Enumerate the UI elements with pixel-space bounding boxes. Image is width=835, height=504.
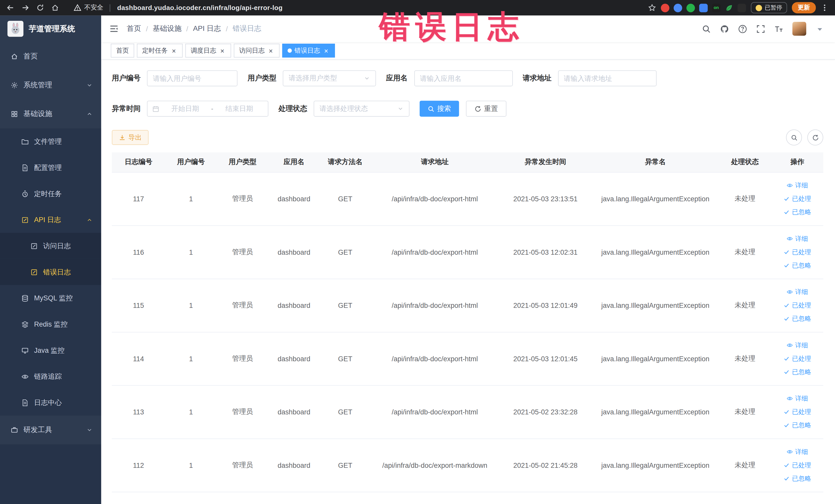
- app-logo[interactable]: 芋道管理系统: [0, 15, 101, 42]
- fullscreen-icon[interactable]: [756, 24, 765, 33]
- action-processed[interactable]: 已处理: [771, 299, 823, 312]
- cell-process-status: 未处理: [719, 332, 771, 385]
- sidebar-item-error-log[interactable]: 错误日志: [0, 259, 101, 285]
- cell-actions: 详细已处理已忽略: [771, 385, 823, 439]
- action-detail[interactable]: 详细: [771, 179, 823, 192]
- toggle-search-button[interactable]: [786, 129, 802, 145]
- github-icon[interactable]: [720, 24, 729, 33]
- sidebar-item-config-management[interactable]: 配置管理: [0, 155, 101, 181]
- caret-down-icon[interactable]: [815, 24, 824, 33]
- action-label: 已处理: [792, 194, 811, 203]
- search-button[interactable]: 搜索: [420, 101, 459, 117]
- extension-paused-badge[interactable]: 已暂停: [751, 2, 787, 13]
- cell-exception-time: 2021-05-02 21:45:28: [499, 439, 592, 492]
- sidebar-item-redis-monitor[interactable]: Redis 监控: [0, 311, 101, 337]
- action-ignored[interactable]: 已忽略: [771, 205, 823, 219]
- bookmark-icon[interactable]: [648, 4, 656, 12]
- action-detail[interactable]: 详细: [771, 339, 823, 352]
- close-icon[interactable]: ×: [267, 47, 274, 54]
- request-url-input[interactable]: [558, 70, 656, 86]
- user-type-select[interactable]: 请选择用户类型: [283, 70, 376, 86]
- sidebar-item-file-management[interactable]: 文件管理: [0, 128, 101, 155]
- font-size-icon[interactable]: [774, 24, 783, 33]
- sidebar-item-java-monitor[interactable]: Java 监控: [0, 337, 101, 364]
- export-button[interactable]: 导出: [112, 130, 149, 145]
- close-icon[interactable]: ×: [323, 47, 330, 54]
- date-range-picker[interactable]: 开始日期 - 结束日期: [147, 101, 268, 117]
- tab-job-log[interactable]: 调度日志×: [185, 44, 231, 58]
- action-ignored[interactable]: 已忽略: [771, 259, 823, 272]
- chrome-update-button[interactable]: 更新: [792, 2, 816, 13]
- action-detail[interactable]: 详细: [771, 232, 823, 245]
- action-processed[interactable]: 已处理: [771, 405, 823, 419]
- sidebar-item-dev-tools[interactable]: 研发工具: [0, 416, 101, 444]
- address-bar[interactable]: dashboard.yudao.iocoder.cn/infra/log/api…: [117, 4, 283, 12]
- tab-label: 访问日志: [239, 46, 265, 55]
- user-id-input[interactable]: [147, 70, 238, 86]
- browser-reload-icon[interactable]: [36, 4, 44, 12]
- avatar[interactable]: [792, 22, 806, 36]
- action-ignored[interactable]: 已忽略: [771, 419, 823, 432]
- action-detail[interactable]: 详细: [771, 445, 823, 459]
- tab-error-log[interactable]: 错误日志×: [282, 44, 335, 58]
- browser-home-icon[interactable]: [51, 4, 59, 12]
- app-name-input[interactable]: [414, 70, 513, 86]
- search-icon: [791, 134, 797, 141]
- reset-button[interactable]: 重置: [466, 101, 506, 117]
- action-processed[interactable]: 已处理: [771, 459, 823, 472]
- action-ignored[interactable]: 已忽略: [771, 365, 823, 379]
- close-icon[interactable]: ×: [219, 47, 226, 54]
- browser-menu-icon[interactable]: [821, 4, 829, 12]
- cell-app-name: dashboard: [268, 279, 320, 332]
- sidebar-item-home[interactable]: 首页: [0, 42, 101, 71]
- sidebar-item-access-log[interactable]: 访问日志: [0, 233, 101, 259]
- breadcrumb-item[interactable]: 基础设施: [153, 24, 182, 33]
- help-icon[interactable]: [738, 24, 747, 33]
- action-detail[interactable]: 详细: [771, 392, 823, 405]
- action-ignored[interactable]: 已忽略: [771, 312, 823, 325]
- sidebar-item-log-center[interactable]: 日志中心: [0, 389, 101, 416]
- extension-blue-grid-icon[interactable]: [699, 3, 708, 12]
- extension-blue-drop-icon[interactable]: [674, 3, 682, 12]
- breadcrumb-item[interactable]: 首页: [127, 24, 141, 33]
- sidebar-item-trace[interactable]: 链路追踪: [0, 363, 101, 389]
- tab-scheduled-jobs[interactable]: 定时任务×: [137, 44, 183, 58]
- tab-access-log[interactable]: 访问日志×: [234, 44, 280, 58]
- extension-dark-icon[interactable]: [737, 3, 746, 12]
- action-processed[interactable]: 已处理: [771, 192, 823, 205]
- cell-request-url: /api/infra/db-doc/export-markdown: [371, 439, 499, 492]
- site-security-badge[interactable]: 不安全: [74, 3, 110, 12]
- breadcrumb-item[interactable]: API 日志: [193, 24, 221, 33]
- sidebar-item-scheduled-jobs[interactable]: 定时任务: [0, 181, 101, 207]
- sidebar-item-mysql-monitor[interactable]: MySQL 监控: [0, 285, 101, 311]
- action-detail[interactable]: 详细: [771, 285, 823, 299]
- extension-leaf-icon[interactable]: [725, 3, 733, 12]
- eye-icon: [787, 396, 793, 402]
- extension-on-badge-icon[interactable]: on: [712, 3, 720, 12]
- action-ignored[interactable]: 已忽略: [771, 472, 823, 485]
- sidebar-item-infrastructure[interactable]: 基础设施: [0, 100, 101, 128]
- sidebar-item-label: 研发工具: [23, 425, 52, 435]
- browser-back-icon[interactable]: [6, 4, 14, 12]
- hamburger-icon[interactable]: [109, 24, 119, 33]
- search-icon[interactable]: [702, 24, 711, 33]
- sidebar-item-system-management[interactable]: 系统管理: [0, 71, 101, 100]
- column-header-app-name: 应用名: [268, 152, 320, 172]
- action-label: 已处理: [792, 301, 811, 310]
- extension-icons: on: [661, 3, 746, 12]
- action-processed[interactable]: 已处理: [771, 245, 823, 259]
- cell-app-name: dashboard: [268, 385, 320, 439]
- cell-user-type: 管理员: [217, 225, 268, 279]
- browser-forward-icon[interactable]: [21, 4, 29, 12]
- tab-home[interactable]: 首页: [111, 44, 134, 58]
- action-processed[interactable]: 已处理: [771, 352, 823, 365]
- extension-red-icon[interactable]: [661, 3, 669, 12]
- sidebar-item-api-log[interactable]: API 日志: [0, 207, 101, 233]
- refresh-table-button[interactable]: [807, 129, 823, 145]
- sidebar-menu: 首页系统管理基础设施文件管理配置管理定时任务API 日志访问日志错误日志MySQ…: [0, 42, 101, 444]
- close-icon[interactable]: ×: [170, 47, 177, 54]
- process-status-select[interactable]: 请选择处理状态: [314, 101, 409, 117]
- column-header-exception-name: 异常名: [592, 152, 718, 172]
- reset-button-label: 重置: [484, 104, 498, 114]
- extension-green-icon[interactable]: [686, 3, 695, 12]
